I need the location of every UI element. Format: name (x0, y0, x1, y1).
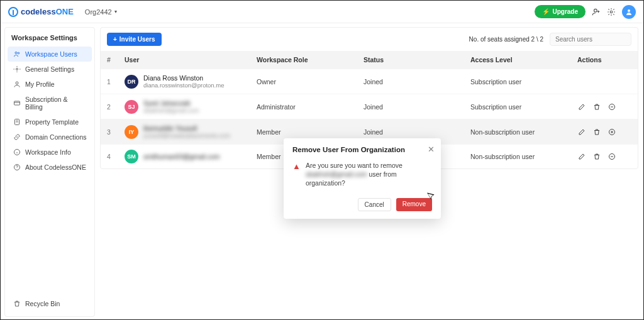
actions-cell (571, 145, 638, 169)
topbar-right: ⚡ Upgrade (535, 5, 636, 19)
row-avatar: SJ (125, 100, 138, 114)
svg-point-0 (594, 9, 597, 12)
search-input[interactable] (550, 33, 631, 46)
access-cell: Non-subscription user (464, 119, 571, 145)
user-cell: IYIkemuddin Yousufiyousufi@masterplaceme… (118, 119, 250, 145)
user-cell: SJSyed Jahanzaibsbakhsh@gmail.com (118, 94, 250, 119)
row-index: 1 (101, 69, 118, 94)
upgrade-button[interactable]: ⚡ Upgrade (535, 5, 586, 18)
modal-body: ▲ Are you sure you want to remove sbakhs… (292, 161, 432, 188)
toggle-subscription-icon[interactable] (608, 102, 616, 111)
sidebar-item-property-template[interactable]: Property Template (8, 114, 92, 130)
svg-rect-7 (14, 101, 19, 105)
modal-title: Remove User From Organization (292, 146, 432, 153)
logo-icon (8, 7, 18, 17)
add-user-icon[interactable] (592, 8, 601, 16)
invite-users-button[interactable]: + Invite Users (107, 33, 162, 46)
brand-part-a: codeless (21, 7, 56, 16)
user-name: Syed Jahanzaib (143, 99, 199, 107)
remove-button[interactable]: Remove (396, 198, 432, 211)
sidebar-item-label: Workspace Info (25, 148, 71, 156)
table-header-row: # User Workspace Role Status Access Leve… (101, 51, 638, 69)
col-access: Access Level (464, 51, 571, 69)
status-cell: Joined (357, 94, 464, 119)
access-cell: Non-subscription user (464, 145, 571, 169)
delete-icon[interactable] (592, 102, 601, 111)
row-index: 3 (101, 119, 118, 145)
user-avatar[interactable] (622, 5, 636, 19)
sidebar-item-general-settings[interactable]: General Settings (8, 62, 92, 77)
sidebar-item-workspace-info[interactable]: Workspace Info (8, 145, 92, 160)
row-avatar: IY (125, 125, 138, 139)
sidebar-item-label: Subscription & Billing (25, 96, 87, 111)
actions-cell (571, 119, 638, 145)
access-cell: Subscription user (464, 69, 571, 94)
modal-close-button[interactable]: ✕ (428, 145, 435, 154)
user-email: yousufi@masterplacements.com (143, 132, 230, 139)
sidebar-item-my-profile[interactable]: My Profile (8, 77, 92, 92)
trash-icon (13, 300, 21, 307)
user-cell: DRDiana Ross Winstondiana.rosswinston@pr… (118, 69, 250, 94)
col-index: # (101, 51, 118, 69)
row-index: 2 (101, 94, 118, 119)
status-text: Joined (364, 103, 383, 111)
sidebar-item-label: Property Template (25, 118, 79, 126)
col-actions: Actions (571, 51, 638, 69)
sidebar-item-recycle-bin[interactable]: Recycle Bin (8, 296, 92, 311)
delete-icon[interactable] (592, 128, 601, 136)
status-text: Joined (364, 78, 383, 86)
seats-assigned: No. of seats assigned 2 \ 2 (469, 36, 543, 43)
table-row: 1DRDiana Ross Winstondiana.rosswinston@p… (101, 69, 638, 94)
edit-icon[interactable] (577, 128, 586, 136)
modal-text-a: Are you sure you want to remove (306, 162, 402, 169)
user-name: smithuman03@gmail.com (143, 153, 220, 160)
modal-message: Are you sure you want to remove sbakhsh@… (306, 161, 432, 188)
remove-user-modal: ✕ Remove User From Organization ▲ Are yo… (284, 138, 441, 219)
logo[interactable]: codelessONE (8, 7, 74, 17)
sidebar-item-workspace-users[interactable]: Workspace Users (8, 47, 92, 62)
template-icon (13, 118, 21, 126)
edit-icon[interactable] (577, 102, 586, 111)
svg-point-4 (18, 52, 19, 54)
actions-cell (571, 69, 638, 94)
row-avatar: SM (125, 150, 138, 163)
sidebar-item-label: Recycle Bin (25, 300, 60, 307)
user-name: Ikemuddin Yousufi (143, 124, 230, 132)
sidebar-item-about[interactable]: About CodelessONE (8, 160, 92, 175)
sidebar-item-label: Domain Connections (25, 133, 86, 141)
svg-point-3 (15, 52, 17, 54)
col-user: User (118, 51, 250, 69)
sidebar-item-domain-connections[interactable]: Domain Connections (8, 130, 92, 145)
row-avatar: DR (125, 75, 138, 89)
svg-point-5 (16, 69, 18, 70)
toggle-subscription-icon[interactable] (608, 152, 616, 161)
row-index: 4 (101, 145, 118, 169)
access-cell: Subscription user (464, 94, 571, 119)
settings-icon[interactable] (607, 8, 616, 16)
role-cell: Owner (250, 69, 357, 94)
sidebar-item-subscription-billing[interactable]: Subscription & Billing (8, 92, 92, 114)
warning-icon: ▲ (292, 161, 301, 188)
cancel-button[interactable]: Cancel (358, 198, 391, 211)
svg-point-6 (16, 82, 18, 84)
status-text: Joined (364, 128, 383, 136)
card-icon (13, 99, 21, 107)
sidebar-item-label: About CodelessONE (25, 163, 86, 171)
org-switcher[interactable]: Org2442 ▾ (85, 8, 117, 16)
delete-icon[interactable] (592, 152, 601, 161)
panel-header: + Invite Users No. of seats assigned 2 \… (101, 28, 638, 51)
edit-icon[interactable] (577, 152, 586, 161)
modal-email-masked: sbakhsh@gmail.com (306, 170, 367, 178)
modal-buttons: Cancel Remove (292, 198, 432, 211)
brand-part-b: ONE (56, 7, 74, 16)
org-name: Org2442 (85, 8, 112, 16)
profile-icon (13, 80, 21, 88)
plus-icon: + (113, 36, 117, 43)
sidebar-item-label: General Settings (25, 65, 74, 73)
gear-icon (13, 65, 21, 73)
user-email: sbakhsh@gmail.com (143, 107, 199, 114)
topbar: codelessONE Org2442 ▾ ⚡ Upgrade (1, 1, 643, 23)
row-actions (577, 128, 631, 136)
row-actions (577, 102, 631, 111)
toggle-subscription-icon[interactable] (608, 128, 616, 136)
